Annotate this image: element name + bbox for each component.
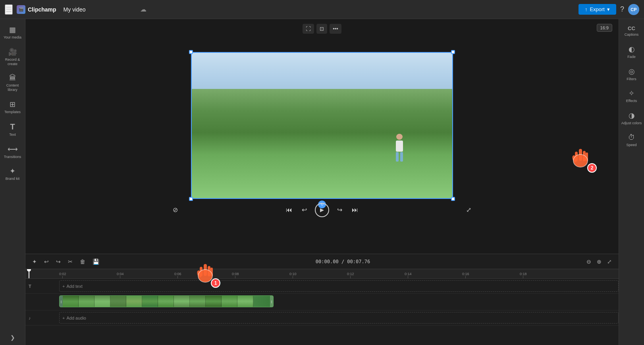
right-sidebar-item-adjust-colors[interactable]: ◑ Adjust colors (620, 108, 644, 129)
delete-button[interactable]: 🗑 (78, 257, 87, 266)
resize-handle-tr[interactable] (451, 50, 455, 54)
export-icon: ↑ (585, 6, 588, 12)
clip-end-handle[interactable]: | (270, 296, 273, 307)
sidebar-item-content-library[interactable]: 🏛 Content library (1, 71, 25, 95)
hamburger-button[interactable]: ☰ (5, 4, 13, 15)
add-audio-icon: + (62, 316, 65, 320)
layout-button[interactable]: ⊡ (316, 24, 327, 34)
right-sidebar-item-filters[interactable]: ◎ Filters (620, 64, 644, 85)
ruler-tick: 0:10 (289, 272, 297, 278)
person-leg-right (400, 152, 403, 162)
cut-button[interactable]: ✂ (66, 257, 75, 266)
more-options-button[interactable]: ••• (330, 24, 341, 34)
center-content: ⛶ ⊡ ••• 16:9 (25, 19, 619, 345)
sidebar-item-label: Content library (2, 83, 23, 92)
ruler-label: 0:04 (117, 272, 124, 276)
sidebar-item-brand-kit[interactable]: ✦ Brand kit (1, 164, 25, 184)
avatar[interactable]: CP (628, 4, 639, 15)
crop-button[interactable]: ⛶ (303, 24, 314, 34)
smart-cut-button[interactable]: ✦ (30, 257, 39, 266)
add-text-button[interactable]: + Add text (62, 284, 83, 289)
sidebar-item-text[interactable]: T Text (1, 119, 25, 140)
sidebar-item-label: Transitions (4, 155, 21, 159)
sidebar-item-transitions[interactable]: ⟷ Transitions (1, 142, 25, 162)
fullscreen-button[interactable]: ⤢ (465, 204, 473, 215)
clip-thumb (63, 296, 79, 307)
ruler-label: 0:06 (174, 272, 181, 276)
export-label: Export (590, 6, 605, 12)
ruler-label: 0:10 (289, 272, 297, 276)
content-library-icon: 🏛 (9, 74, 16, 82)
sidebar-item-label: Brand kit (6, 177, 20, 181)
video-track-content: | (59, 294, 619, 310)
ruler-label: 0:08 (232, 272, 239, 276)
add-audio-label: Add audio (66, 316, 86, 320)
audio-track-row: ♪ + Add audio (25, 310, 619, 326)
sidebar-expand-button[interactable]: ❯ (8, 333, 17, 342)
right-sidebar-item-captions[interactable]: CC Captions (620, 22, 644, 40)
transitions-icon: ⟷ (8, 145, 18, 154)
fade-icon: ◐ (629, 45, 635, 54)
ruler-line (120, 276, 120, 278)
save-button[interactable]: 💾 (91, 257, 101, 266)
text-icon: T (10, 122, 15, 131)
text-track-icon: T (29, 284, 31, 289)
export-chevron-icon: ▾ (607, 6, 610, 12)
playhead[interactable] (29, 269, 29, 278)
clip-thumb (79, 296, 94, 307)
captions-toggle-button[interactable]: ⊘ (171, 204, 179, 215)
help-button[interactable]: ? (620, 5, 624, 13)
video-clip[interactable]: | (59, 295, 274, 307)
sidebar-item-label: Text (9, 133, 16, 137)
skip-to-end-button[interactable]: ⏭ (350, 205, 360, 215)
speed-icon: ⏱ (628, 133, 635, 142)
effects-icon: ✧ (629, 89, 634, 98)
ruler-tick: 0:14 (405, 272, 412, 278)
ruler-line (350, 276, 351, 278)
right-sidebar-label: Speed (626, 143, 636, 147)
sidebar-item-templates[interactable]: ⊞ Templates (1, 97, 25, 118)
ruler-label: 0:14 (405, 272, 412, 276)
video-frame (192, 53, 452, 198)
sidebar-item-record[interactable]: 🎥 Record & create (1, 44, 25, 69)
right-sidebar-label: Filters (627, 77, 636, 81)
playhead-top (27, 269, 31, 272)
export-button[interactable]: ↑ Export ▾ (578, 4, 616, 15)
undo-button[interactable]: ↩ (42, 257, 51, 266)
rewind-button[interactable]: ↩ (300, 204, 309, 215)
person-body (396, 141, 403, 152)
text-track-row: T + Add text (25, 279, 619, 294)
video-canvas[interactable] (191, 52, 453, 199)
skip-to-start-button[interactable]: ⏮ (284, 205, 294, 215)
ruler-line (62, 276, 63, 278)
sidebar-item-your-media[interactable]: ▦ Your media (1, 22, 25, 43)
fit-button[interactable]: ⤢ (605, 257, 614, 266)
right-sidebar-label: Fade (627, 55, 636, 59)
audio-track-content[interactable]: + Add audio (59, 310, 619, 325)
preview-area: ⛶ ⊡ ••• 16:9 (25, 19, 619, 254)
playback-controls: ⊘ ⏮ ↩ ▶ ↪ ⏭ ⤢ (163, 199, 481, 221)
right-sidebar-item-speed[interactable]: ⏱ Speed (620, 130, 644, 150)
play-button[interactable]: ▶ (315, 203, 329, 217)
resize-handle-tl[interactable] (189, 50, 193, 54)
text-track-content[interactable]: + Add text (59, 279, 619, 293)
brand-kit-icon: ✦ (10, 167, 15, 175)
clip-start-handle[interactable]: | (60, 296, 63, 307)
audio-track-dashed (59, 312, 619, 324)
right-sidebar-item-effects[interactable]: ✧ Effects (620, 86, 644, 106)
ruler-line (465, 276, 466, 278)
ruler-line (235, 276, 235, 278)
add-audio-button[interactable]: + Add audio (62, 316, 86, 320)
aspect-ratio-badge: 16:9 (597, 24, 612, 32)
right-sidebar-item-fade[interactable]: ◐ Fade (620, 42, 644, 62)
video-title-input[interactable] (60, 5, 136, 14)
clip-thumb (237, 296, 253, 307)
forward-button[interactable]: ↪ (335, 204, 344, 215)
zoom-in-button[interactable]: ⊕ (595, 257, 604, 266)
ruler-tick: 0:02 (59, 272, 66, 278)
right-sidebar-label: Adjust colors (621, 121, 642, 125)
redo-button[interactable]: ↪ (54, 257, 63, 266)
ruler-tick: 0:12 (347, 272, 354, 278)
sidebar-item-label: Record & create (2, 58, 23, 66)
zoom-out-button[interactable]: ⊖ (584, 257, 593, 266)
